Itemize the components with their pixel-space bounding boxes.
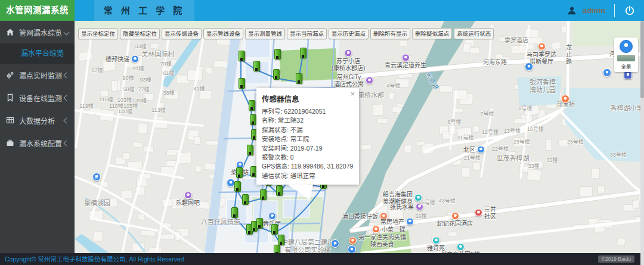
panorama-icon [620, 40, 633, 53]
map-toolbar-button[interactable]: 显示测量管线 [245, 28, 285, 39]
sidebar-item-label: 设备在线监测 [19, 93, 62, 103]
popup-field: 报警次数: 0 [256, 153, 359, 162]
chevron-left-icon [64, 117, 70, 123]
sidebar-item-label: 漏水系统配置 [19, 138, 62, 148]
sidebar: 管网漏水综览漏水平台综览漏点实时监测设备在线监测大数据分析漏水系统配置 [0, 21, 75, 253]
chevron-down-icon [64, 29, 70, 35]
app-window: 水管网测漏系统 常 州 工 学 院 admin 管网漏水综览漏水平台综览漏点实时… [0, 0, 644, 265]
chevron-left-icon [64, 95, 70, 101]
popup-field: GPS信息: 119.999486, 31.82079 [256, 162, 359, 171]
popup-field: 探漏状态: 不漏 [256, 126, 359, 135]
map-toolbar: 显示坐标定位隐藏坐标定位显示传感设备显示管线设备显示测量管线显示当前漏点显示历史… [78, 28, 494, 39]
map-toolbar-button[interactable]: 显示坐标定位 [78, 28, 118, 39]
map-canvas[interactable]: 美林国际村德邦快递33幢70幢87幢91幢61幢90幢93幢58幢77幢38幢4… [75, 21, 640, 253]
gears-icon [6, 71, 14, 79]
sidebar-item[interactable]: 漏点实时监测 [0, 64, 75, 86]
close-icon[interactable]: × [350, 90, 355, 98]
panorama-control[interactable]: 全景 [614, 38, 638, 72]
sidebar-item[interactable]: 大数据分析 [0, 109, 75, 132]
power-icon[interactable] [624, 5, 636, 17]
home-icon [6, 28, 14, 36]
map-toolbar-button[interactable]: 显示传感设备 [162, 28, 202, 39]
sidebar-item-label: 管网漏水综览 [19, 27, 62, 38]
sidebar-item[interactable]: 漏水系统配置 [0, 132, 75, 154]
popup-field: 通信状况: 通讯正常 [256, 172, 359, 180]
map-toolbar-button[interactable]: 删除所有显示 [370, 28, 410, 39]
chevron-left-icon [64, 140, 70, 146]
popup-title: 传感器信息 [256, 88, 359, 107]
map-toolbar-button[interactable]: 删除疑似漏点 [412, 28, 452, 39]
page-title: 常 州 工 学 院 [94, 0, 194, 21]
header-bar: 水管网测漏系统 常 州 工 学 院 admin [0, 0, 644, 21]
map-toolbar-button[interactable]: 隐藏坐标定位 [120, 28, 160, 39]
popup-field: 安装地点: 常工院 [256, 135, 359, 144]
divider [614, 4, 615, 17]
footer: Copyright© 常州常工电子科技股份有限公司, All Rights Re… [0, 253, 644, 265]
sidebar-item-label: 大数据分析 [19, 116, 55, 126]
panorama-label: 全景 [621, 63, 631, 70]
sidebar-item-label: 漏点实时监测 [19, 70, 62, 80]
map-toolbar-button[interactable]: 显示当前漏点 [287, 28, 327, 39]
popup-field: 安装时间: 2019-07-19 [256, 144, 359, 153]
sidebar-item[interactable]: 管网漏水综览 [0, 21, 75, 43]
scrollbar-thumb[interactable] [640, 21, 644, 98]
chevron-left-icon [64, 72, 70, 78]
map-toolbar-button[interactable]: 显示管线设备 [203, 28, 243, 39]
briefcase-icon [6, 139, 14, 147]
copyright-text: Copyright© 常州常工电子科技股份有限公司, All Rights Re… [0, 253, 644, 265]
username-label: admin [583, 6, 605, 15]
map-toolbar-button[interactable]: 显示历史漏点 [329, 28, 369, 39]
bookmark-icon [6, 93, 14, 102]
popup-field: 序列号: 622019042051 [256, 107, 359, 116]
user-icon [566, 5, 577, 16]
popup-field: 名称: 常工院32 [256, 116, 359, 125]
app-brand: 水管网测漏系统 [0, 0, 75, 21]
sensor-info-popup: 传感器信息 × 序列号: 622019042051名称: 常工院32探漏状态: … [256, 88, 359, 185]
map-attribution-badge: ©2019 Baidu [598, 255, 634, 263]
panorama-thumbnail [617, 55, 635, 61]
scrollbar[interactable] [640, 21, 644, 265]
user-area: admin [566, 0, 644, 21]
map-toolbar-button[interactable]: 系统运行状态 [454, 28, 494, 39]
sidebar-subitem[interactable]: 漏水平台综览 [0, 43, 75, 64]
sidebar-item[interactable]: 设备在线监测 [0, 86, 75, 109]
table-icon [6, 116, 14, 124]
